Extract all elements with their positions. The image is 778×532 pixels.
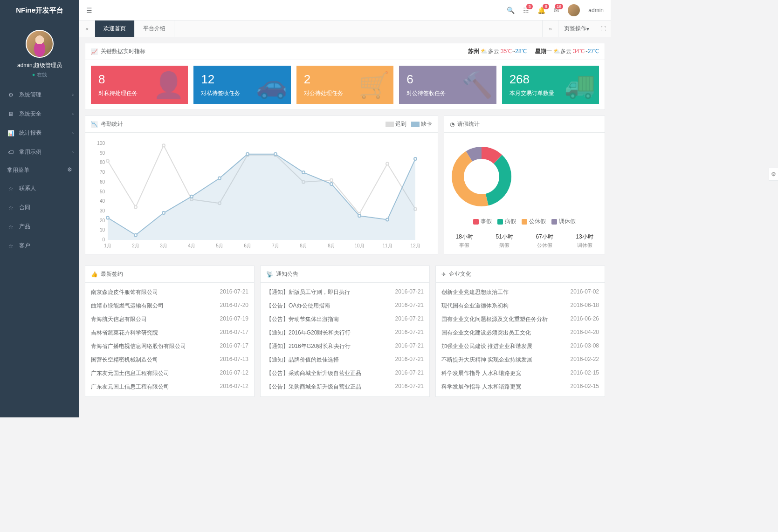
svg-text:7月: 7月 — [272, 243, 279, 248]
nav-label: 客户 — [19, 242, 30, 250]
list-item[interactable]: 广东友元国土信息工程有限公司2016-07-12 — [91, 380, 248, 394]
settings-float-icon[interactable]: ⚙ — [769, 168, 778, 181]
topbar: ☰ 🔍 ☷5 🔔8 ✉16 admin — [79, 0, 611, 20]
attendance-chart: 01020304050607080901001月2月3月4月5月6月7月8月8月… — [94, 140, 420, 249]
svg-point-47 — [414, 157, 417, 160]
fullscreen-icon[interactable]: ⛶ — [595, 20, 611, 37]
leave-donut-chart — [444, 139, 519, 214]
svg-text:8月: 8月 — [300, 243, 307, 248]
metric-card-1[interactable]: 12对私待签收任务🚗 — [193, 66, 290, 104]
list-item[interactable]: 青海航天信息有限公司2016-07-19 — [91, 313, 248, 326]
avatar[interactable] — [26, 30, 54, 58]
svg-text:70: 70 — [100, 170, 105, 175]
list-title: 通知公告 — [276, 270, 298, 278]
list-item[interactable]: 【通知】品牌价值的最佳选择2016-07-21 — [266, 353, 424, 367]
tab-ops-dropdown[interactable]: 页签操作 ▾ — [558, 20, 595, 37]
svg-text:100: 100 — [97, 141, 105, 146]
list-item[interactable]: 广东友元国土信息工程有限公司2016-07-12 — [91, 367, 248, 380]
list-item[interactable]: 【公告】劳动节集体出游指南2016-07-21 — [266, 313, 424, 326]
tab-scroll-left[interactable]: « — [79, 20, 95, 37]
list-item[interactable]: 科学发展作指导 人水和谐路更宽2016-02-15 — [441, 380, 599, 394]
list-icon[interactable]: ☷5 — [523, 7, 529, 14]
list-item[interactable]: 现代国有企业道德体系初构2016-06-18 — [441, 299, 599, 313]
list-item[interactable]: 曲靖市绿能燃气运输有限公司2016-07-20 — [91, 299, 248, 313]
star-icon: ☆ — [7, 185, 14, 192]
svg-text:6月: 6月 — [244, 243, 251, 248]
list-item[interactable]: 科学发展作指导 人水和谐路更宽2016-02-15 — [441, 367, 599, 380]
list-item[interactable]: 【通知】2016年G20财长和央行行2016-07-21 — [266, 326, 424, 340]
card-bg-icon: 🚗 — [256, 70, 287, 100]
tab-scroll-right[interactable]: » — [542, 20, 558, 37]
status-badge: 在线 — [0, 71, 79, 78]
tab-home[interactable]: 欢迎首页 — [95, 20, 135, 37]
topbar-username[interactable]: admin — [588, 7, 604, 14]
bell-icon[interactable]: 🔔8 — [537, 7, 545, 14]
list-item[interactable]: 国有企业文化问题根源及文化重塑任务分析2016-06-26 — [441, 313, 599, 326]
svg-text:0: 0 — [102, 237, 105, 242]
metric-card-2[interactable]: 2对公待处理任务🛒 — [296, 66, 393, 104]
card-bg-icon: 🚚 — [564, 70, 595, 100]
mail-icon[interactable]: ✉16 — [554, 7, 559, 14]
metric-card-4[interactable]: 268本月交易订单数量🚚 — [502, 66, 599, 104]
badge-mail: 16 — [555, 4, 563, 9]
svg-text:30: 30 — [100, 208, 105, 213]
nav-label: 联系人 — [19, 184, 36, 192]
svg-text:80: 80 — [100, 160, 105, 165]
legend-item: 事假 — [473, 218, 492, 225]
nav-item-1[interactable]: 🖥系统安全› — [0, 104, 79, 123]
nav-common-item-1[interactable]: ☆合同 — [0, 198, 79, 217]
badge-list: 5 — [526, 4, 533, 9]
stat-item: 67小时公休假 — [536, 233, 553, 249]
list-item[interactable]: 青海省广播电视信息网络股份有限公司2016-07-17 — [91, 340, 248, 353]
metric-card-0[interactable]: 8对私待处理任务👤 — [91, 66, 188, 104]
nav-label: 产品 — [19, 223, 30, 231]
chevron-right-icon: › — [72, 130, 74, 136]
search-icon[interactable]: 🔍 — [507, 7, 515, 14]
svg-text:40: 40 — [100, 198, 105, 204]
stat-item: 13小时调休假 — [576, 233, 593, 249]
nav-item-0[interactable]: ⚙系统管理› — [0, 85, 79, 104]
menu-toggle-icon[interactable]: ☰ — [86, 7, 92, 14]
list-item[interactable]: 【公告】采购商城全新升级自营业正品2016-07-21 — [266, 380, 424, 394]
svg-point-40 — [218, 177, 221, 180]
list-culture: ✈企业文化创新企业党建思想政治工作2016-07-02现代国有企业道德体系初构2… — [435, 266, 605, 397]
nav-common-item-2[interactable]: ☆产品 — [0, 217, 79, 236]
list-item[interactable]: 加强企业公民建设 推进企业和谐发展2016-03-08 — [441, 340, 599, 353]
stat-item: 18小时事假 — [456, 233, 473, 249]
topbar-avatar[interactable] — [568, 4, 580, 16]
chart-pie-icon: ◔ — [450, 121, 454, 128]
list-item[interactable]: 吉林省蔬菜花卉科学研究院2016-07-17 — [91, 326, 248, 340]
metric-card-3[interactable]: 6对公待签收任务🔨 — [399, 66, 496, 104]
svg-text:3月: 3月 — [160, 243, 167, 248]
nav-common-item-0[interactable]: ☆联系人 — [0, 179, 79, 198]
list-item[interactable]: 南京森鹿皮件服饰有限公司2016-07-21 — [91, 286, 248, 299]
nav-icon: 📊 — [7, 130, 14, 136]
svg-point-23 — [106, 159, 109, 162]
tab-about[interactable]: 平台介绍 — [135, 20, 174, 37]
gear-icon[interactable]: ⚙ — [67, 166, 72, 174]
list-item[interactable]: 国营长空精密机械制造公司2016-07-13 — [91, 353, 248, 367]
nav-common-item-3[interactable]: ☆客户 — [0, 236, 79, 255]
svg-point-39 — [190, 195, 193, 198]
svg-text:10: 10 — [100, 227, 105, 232]
list-item[interactable]: 【公告】OA办公使用指南2016-07-21 — [266, 299, 424, 313]
star-icon: ☆ — [7, 243, 14, 249]
chart-legend: 迟到 缺卡 — [386, 120, 432, 128]
card-bg-icon: 👤 — [153, 70, 184, 100]
list-item[interactable]: 国有企业文化建设必须突出员工文化2016-04-20 — [441, 326, 599, 340]
svg-text:50: 50 — [100, 189, 105, 194]
profile-block: admin;超级管理员 在线 — [0, 20, 79, 85]
chart-line-icon: 📈 — [91, 48, 98, 55]
list-item[interactable]: 【通知】新版员工守则，即日执行2016-07-21 — [266, 286, 424, 299]
chevron-right-icon: › — [72, 92, 74, 97]
nav-common-title: 常用菜单 — [7, 166, 29, 174]
svg-text:60: 60 — [100, 179, 105, 184]
list-item[interactable]: 不断提升大庆精神 实现企业持续发展2016-02-22 — [441, 353, 599, 367]
list-item[interactable]: 创新企业党建思想政治工作2016-07-02 — [441, 286, 599, 299]
nav-item-3[interactable]: 🏷常用示例› — [0, 143, 79, 162]
nav-item-2[interactable]: 📊统计报表› — [0, 123, 79, 143]
legend-item: 公休假 — [522, 218, 546, 225]
list-item[interactable]: 【公告】采购商城全新升级自营业正品2016-07-21 — [266, 367, 424, 380]
list-item[interactable]: 【通知】2016年G20财长和央行行2016-07-21 — [266, 340, 424, 353]
nav-label: 合同 — [19, 204, 30, 211]
